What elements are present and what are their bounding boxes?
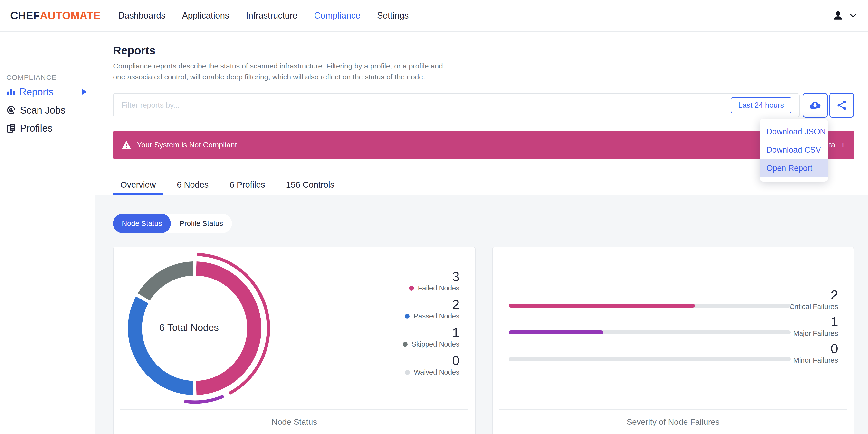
minor-count: 0 xyxy=(831,342,838,355)
critical-bar-track xyxy=(509,304,790,308)
page-description-line1: Compliance reports describe the status o… xyxy=(113,60,443,71)
radar-icon xyxy=(6,105,16,115)
sidebar-item-profiles[interactable]: Profiles xyxy=(0,121,95,136)
legend-row-skipped: 1 Skipped Nodes xyxy=(403,326,460,348)
card-divider xyxy=(120,409,468,410)
menu-item-download-json[interactable]: Download JSON xyxy=(760,122,828,141)
warning-icon xyxy=(121,141,131,150)
major-bar-track xyxy=(509,331,790,334)
minor-label: Minor Failures xyxy=(793,356,838,364)
legend-label: Passed Nodes xyxy=(413,312,460,320)
filter-reports-input[interactable] xyxy=(114,94,731,117)
brand-logo[interactable]: CHEFAUTOMATE xyxy=(10,9,101,22)
tab-nodes[interactable]: 6 Nodes xyxy=(169,173,216,195)
tab-controls[interactable]: 156 Controls xyxy=(279,173,342,195)
nav-item-dashboards[interactable]: Dashboards xyxy=(118,10,165,21)
toggle-option-node-status[interactable]: Node Status xyxy=(113,214,171,233)
cloud-download-icon xyxy=(809,100,822,110)
node-status-card: 6 Total Nodes 3 Failed Nodes 2 Passed No… xyxy=(113,247,475,434)
page-description-line2: one associated control, will enable deep… xyxy=(113,71,443,82)
brand-automate: AUTOMATE xyxy=(40,9,101,22)
brand-chef: CHEF xyxy=(10,9,40,22)
legend-row-passed: 2 Passed Nodes xyxy=(403,298,460,320)
legend-value: 1 xyxy=(403,326,460,339)
download-report-button[interactable] xyxy=(803,93,828,118)
severity-card-title: Severity of Node Failures xyxy=(493,417,854,427)
main-nav: Dashboards Applications Infrastructure C… xyxy=(118,10,409,21)
nav-item-infrastructure[interactable]: Infrastructure xyxy=(246,10,298,21)
page-title: Reports xyxy=(113,44,155,57)
legend-label: Waived Nodes xyxy=(414,368,460,376)
user-menu-button[interactable] xyxy=(832,10,858,21)
compliance-banner: Your System is Not Compliant ta + xyxy=(113,131,854,159)
donut-center-label: 6 Total Nodes xyxy=(140,322,238,333)
documents-icon xyxy=(6,123,16,133)
waived-dot-icon xyxy=(405,370,410,375)
severity-card: 2 Critical Failures 1 Major Failures 0 M… xyxy=(492,247,854,434)
nav-item-compliance[interactable]: Compliance xyxy=(314,10,360,21)
minor-bar-track xyxy=(509,357,790,361)
legend-value: 3 xyxy=(403,270,460,283)
banner-text: Your System is Not Compliant xyxy=(137,141,237,149)
legend-label: Skipped Nodes xyxy=(411,340,460,348)
card-divider xyxy=(499,409,847,410)
page-description: Compliance reports describe the status o… xyxy=(113,60,443,82)
sidebar-section-label: COMPLIANCE xyxy=(6,73,57,82)
banner-text-fragment: ta xyxy=(829,141,835,149)
legend-row-failed: 3 Failed Nodes xyxy=(403,270,460,292)
donut-legend: 3 Failed Nodes 2 Passed Nodes 1 Skipped … xyxy=(403,270,460,382)
sidebar-item-label: Reports xyxy=(20,87,54,97)
legend-value: 0 xyxy=(403,353,460,367)
tab-overview[interactable]: Overview xyxy=(113,173,163,195)
legend-label: Failed Nodes xyxy=(418,284,460,292)
menu-item-open-report[interactable]: Open Report xyxy=(760,159,828,177)
nav-item-applications[interactable]: Applications xyxy=(182,10,229,21)
download-menu: Download JSON Download CSV Open Report xyxy=(760,119,828,182)
chevron-right-icon[interactable] xyxy=(81,88,88,95)
time-range-button[interactable]: Last 24 hours xyxy=(731,97,791,113)
report-tabs: Overview 6 Nodes 6 Profiles 156 Controls xyxy=(113,173,348,195)
share-icon xyxy=(836,100,847,111)
major-count: 1 xyxy=(831,315,838,329)
toggle-option-profile-status[interactable]: Profile Status xyxy=(171,214,232,233)
failed-dot-icon xyxy=(409,286,414,291)
person-icon xyxy=(832,10,844,21)
bar-chart-icon xyxy=(6,87,16,96)
major-bar-fill xyxy=(509,331,603,334)
chevron-down-icon xyxy=(850,13,856,18)
banner-plus-button[interactable]: + xyxy=(840,140,846,151)
nav-item-settings[interactable]: Settings xyxy=(377,10,408,21)
sidebar-item-reports[interactable]: Reports xyxy=(0,84,95,99)
critical-label: Critical Failures xyxy=(789,303,838,311)
critical-count: 2 xyxy=(831,288,838,302)
menu-item-download-csv[interactable]: Download CSV xyxy=(760,141,828,159)
critical-bar-fill xyxy=(509,304,695,308)
status-toggle: Node Status Profile Status xyxy=(113,214,232,233)
filter-bar: Last 24 hours xyxy=(113,93,800,118)
banner-right: ta + xyxy=(829,140,846,151)
tab-profiles[interactable]: 6 Profiles xyxy=(222,173,272,195)
sidebar-item-label: Profiles xyxy=(20,123,52,134)
share-button[interactable] xyxy=(829,93,854,118)
sidebar-item-label: Scan Jobs xyxy=(20,105,65,116)
skipped-dot-icon xyxy=(403,342,408,347)
top-nav: CHEFAUTOMATE Dashboards Applications Inf… xyxy=(0,0,868,32)
sidebar: COMPLIANCE Reports Scan Jobs xyxy=(0,32,95,434)
legend-value: 2 xyxy=(403,298,460,311)
legend-row-waived: 0 Waived Nodes xyxy=(403,353,460,376)
major-label: Major Failures xyxy=(793,330,838,338)
node-status-card-title: Node Status xyxy=(114,417,475,427)
passed-dot-icon xyxy=(405,314,409,319)
sidebar-item-scan-jobs[interactable]: Scan Jobs xyxy=(0,102,95,118)
